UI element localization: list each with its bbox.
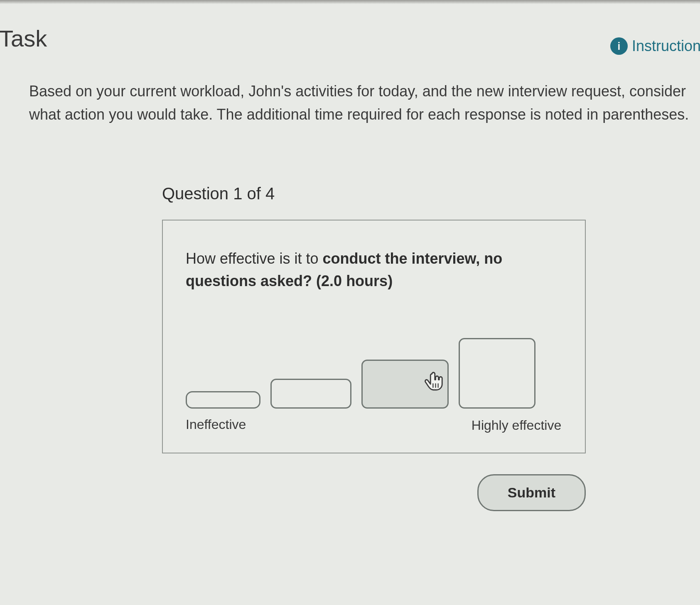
submit-button[interactable]: Submit [477, 474, 586, 511]
instructions-label: Instruction [632, 37, 700, 55]
scale-option-3[interactable] [361, 360, 449, 409]
question-section: Question 1 of 4 How effective is it to c… [162, 184, 586, 512]
effectiveness-scale [186, 338, 562, 409]
question-text: How effective is it to conduct the inter… [186, 247, 562, 292]
info-icon: i [610, 37, 628, 55]
scale-option-4[interactable] [459, 338, 535, 409]
scale-labels: Ineffective Highly effective [186, 417, 562, 434]
header-row: Task i Instruction [0, 4, 700, 55]
top-divider [0, 0, 700, 4]
question-paren: (2.0 hours) [312, 272, 393, 289]
page-title: Task [0, 25, 47, 52]
question-lead: How effective is it to [186, 250, 322, 267]
page: Task i Instruction Based on your current… [0, 4, 700, 511]
scale-option-1[interactable] [186, 391, 260, 409]
intro-text: Based on your current workload, John's a… [29, 80, 690, 126]
scale-option-2[interactable] [270, 379, 351, 409]
scale-label-high: Highly effective [471, 417, 562, 434]
question-counter: Question 1 of 4 [162, 184, 586, 203]
question-card: How effective is it to conduct the inter… [162, 220, 586, 454]
instructions-link[interactable]: i Instruction [610, 37, 700, 55]
scale-label-low: Ineffective [186, 417, 290, 434]
submit-row: Submit [162, 474, 586, 511]
